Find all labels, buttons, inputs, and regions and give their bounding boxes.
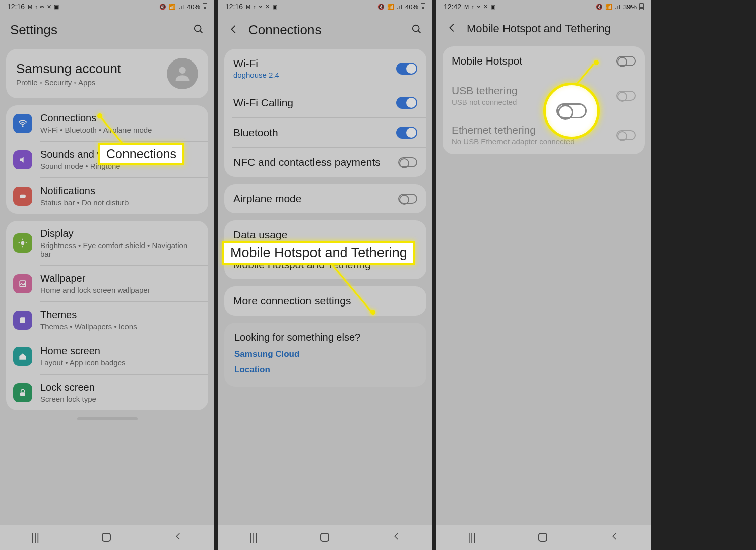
account-title: Samsung account (16, 61, 160, 77)
page-title: Settings (10, 22, 184, 38)
conn-group-4: More connection settings (224, 286, 426, 316)
status-bar: 12:42 M ↑ ∞ ✕ ▣ 🔇 📶 .ıl 39% (436, 0, 651, 13)
screen-connections: 12:16 M ↑ ∞ ✕ ▣ 🔇 📶 .ıl 40% Connections … (218, 0, 436, 550)
item-airplane[interactable]: Airplane mode (224, 184, 426, 213)
back-icon[interactable] (447, 22, 458, 35)
highlighted-toggle-icon (556, 103, 587, 118)
sound-icon (13, 150, 32, 169)
svg-line-14 (418, 30, 421, 33)
lock-icon (13, 383, 32, 402)
wallpaper-icon (13, 274, 32, 293)
nav-bar: ||| (436, 525, 651, 550)
conn-group-1: Wi-Fi doghouse 2.4 Wi-Fi Calling Bluetoo… (224, 49, 426, 177)
item-mobile-hotspot[interactable]: Mobile Hotspot (443, 46, 645, 76)
wifi-toggle[interactable] (396, 63, 417, 75)
back-icon[interactable] (228, 24, 239, 37)
wifi-calling-toggle[interactable] (396, 97, 417, 109)
header: Mobile Hotspot and Tethering (436, 13, 651, 46)
nav-bar: ||| (0, 525, 214, 550)
footer-question: Looking for something else? (234, 332, 416, 343)
mobile-hotspot-toggle[interactable] (616, 56, 636, 66)
status-bar: 12:16 M ↑ ∞ ✕ ▣ 🔇 📶 .ıl 40% (0, 0, 214, 13)
nav-recents[interactable]: ||| (468, 532, 476, 543)
page-title: Mobile Hotspot and Tethering (467, 22, 641, 35)
item-bluetooth[interactable]: Bluetooth (224, 118, 426, 147)
callout-hotspot: Mobile Hotspot and Tethering (222, 241, 415, 265)
status-bar: 12:16 M ↑ ∞ ✕ ▣ 🔇 📶 .ıl 40% (218, 0, 432, 13)
screen-hotspot: 12:42 M ↑ ∞ ✕ ▣ 🔇 📶 .ıl 39% Mobile Hotsp… (436, 0, 655, 550)
display-icon (13, 233, 32, 253)
svg-point-2 (179, 67, 185, 74)
battery-icon (639, 3, 644, 10)
link-location[interactable]: Location (234, 364, 416, 375)
item-nfc[interactable]: NFC and contactless payments (224, 148, 426, 177)
item-display[interactable]: Display Brightness • Eye comfort shield … (6, 221, 208, 265)
item-homescreen[interactable]: Home screen Layout • App icon badges (6, 338, 208, 374)
avatar (167, 58, 198, 89)
home-icon (13, 347, 32, 366)
page-title: Connections (248, 22, 402, 38)
item-wifi-calling[interactable]: Wi-Fi Calling (224, 88, 426, 117)
svg-point-3 (22, 126, 23, 127)
nav-home[interactable] (320, 533, 329, 542)
svg-rect-4 (20, 194, 26, 198)
nav-back[interactable] (392, 532, 401, 543)
ethernet-tether-toggle (616, 130, 636, 140)
footer-card: Looking for something else? Samsung Clou… (224, 323, 426, 387)
item-themes[interactable]: Themes Themes • Wallpapers • Icons (6, 302, 208, 338)
nav-back[interactable] (610, 532, 619, 543)
account-sub: Profile • Security • Apps (16, 78, 160, 87)
item-more-conn[interactable]: More connection settings (224, 286, 426, 316)
bluetooth-toggle[interactable] (396, 127, 417, 139)
status-time: 12:16 (7, 3, 25, 11)
nav-recents[interactable]: ||| (249, 532, 258, 543)
battery-icon (203, 3, 207, 10)
item-ethernet-tether: Ethernet tethering No USB Ethernet adapt… (443, 115, 645, 154)
status-time: 12:16 (225, 3, 243, 11)
airplane-toggle[interactable] (398, 194, 417, 204)
callout-toggle-circle (543, 83, 600, 139)
svg-point-5 (21, 241, 25, 245)
settings-group-2: Display Brightness • Eye comfort shield … (6, 221, 208, 410)
battery-icon (421, 3, 425, 10)
svg-rect-11 (20, 317, 25, 323)
callout-connections: Connections (98, 143, 184, 165)
nav-home[interactable] (102, 533, 111, 542)
nav-bar: ||| (218, 525, 432, 550)
usb-tether-toggle (616, 91, 636, 101)
search-icon[interactable] (193, 24, 204, 37)
status-right-icons: 🔇 📶 .ıl (159, 4, 184, 10)
item-sub: Wi-Fi • Bluetooth • Airplane mode (40, 126, 200, 134)
item-wifi[interactable]: Wi-Fi doghouse 2.4 (224, 49, 426, 88)
item-wallpaper[interactable]: Wallpaper Home and lock screen wallpaper (6, 266, 208, 301)
hotspot-group: Mobile Hotspot USB tethering USB not con… (443, 46, 645, 154)
svg-point-0 (195, 25, 201, 31)
notif-icon (13, 187, 32, 206)
link-samsung-cloud[interactable]: Samsung Cloud (234, 349, 416, 359)
header: Connections (218, 13, 432, 49)
wifi-icon (13, 114, 32, 133)
conn-group-2: Airplane mode (224, 184, 426, 213)
nav-home[interactable] (538, 533, 547, 542)
item-notifications[interactable]: Notifications Status bar • Do not distur… (6, 178, 208, 214)
item-title: Connections (40, 112, 200, 124)
search-icon[interactable] (411, 24, 422, 37)
nav-back[interactable] (174, 532, 183, 543)
svg-point-13 (413, 25, 419, 31)
nav-recents[interactable]: ||| (31, 532, 39, 543)
status-time: 12:42 (444, 3, 461, 11)
item-lockscreen[interactable]: Lock screen Screen lock type (6, 375, 208, 410)
screen-settings: 12:16 M ↑ ∞ ✕ ▣ 🔇 📶 .ıl 40% Settings Sam… (0, 0, 218, 550)
svg-line-1 (200, 30, 203, 33)
nfc-toggle[interactable] (398, 157, 417, 167)
themes-icon (13, 311, 32, 330)
header: Settings (0, 13, 214, 49)
account-card[interactable]: Samsung account Profile • Security • App… (6, 49, 208, 98)
svg-rect-12 (20, 392, 25, 396)
status-left-icons: M ↑ ∞ ✕ ▣ (28, 4, 59, 10)
status-battery: 40% (187, 3, 200, 11)
